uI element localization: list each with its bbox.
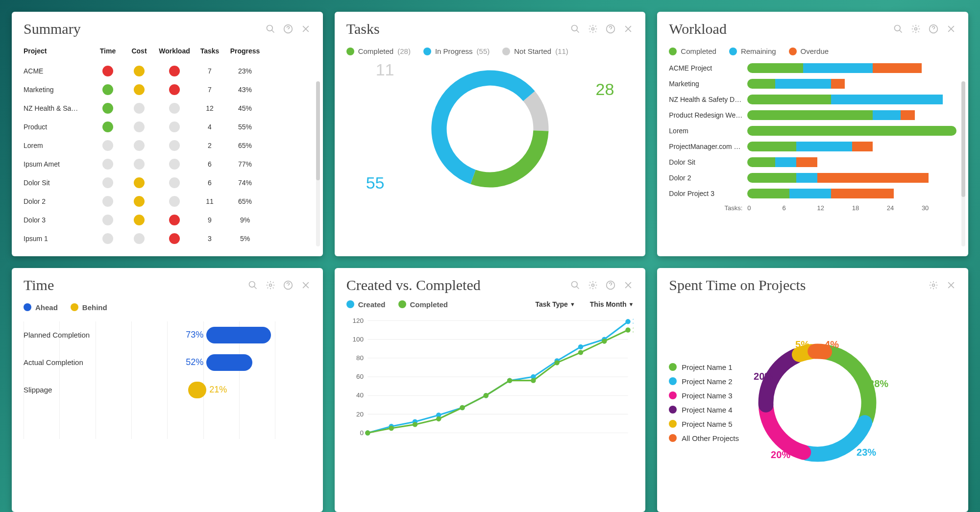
status-dot	[102, 66, 113, 76]
workload-row[interactable]: Product Redesign We…	[669, 107, 956, 123]
close-icon[interactable]	[946, 24, 956, 34]
status-dot	[169, 84, 180, 95]
table-row[interactable]: ACME723%	[24, 62, 311, 80]
panel-created-vs-completed: Created vs. Completed CreatedCompleted T…	[335, 268, 646, 512]
table-row[interactable]: Ipsum Amet677%	[24, 155, 311, 173]
scrollbar[interactable]	[316, 81, 320, 246]
column-header[interactable]: Project	[24, 47, 92, 55]
search-icon[interactable]	[265, 24, 276, 34]
table-row[interactable]: Marketing743%	[24, 80, 311, 99]
legend-item[interactable]: Ahead	[24, 303, 58, 312]
legend-item[interactable]: All Other Projects	[669, 431, 739, 445]
status-dot	[169, 140, 180, 151]
column-header[interactable]: Progress	[225, 47, 265, 55]
column-header[interactable]: Workload	[155, 47, 194, 55]
search-icon[interactable]	[570, 24, 581, 34]
close-icon[interactable]	[946, 280, 956, 291]
legend-item[interactable]: Project Name 4	[669, 403, 739, 417]
legend-item[interactable]: Project Name 3	[669, 389, 739, 403]
svg-point-69	[554, 360, 559, 365]
legend-item[interactable]: Project Name 1	[669, 360, 739, 374]
legend-item[interactable]: Completed	[398, 300, 448, 309]
legend-item[interactable]: Project Name 2	[669, 374, 739, 389]
workload-row[interactable]: Lorem	[669, 123, 956, 139]
help-icon[interactable]	[283, 24, 294, 34]
workload-row[interactable]: ACME Project	[669, 60, 956, 76]
table-row[interactable]: Dolor 399%	[24, 211, 311, 229]
column-header[interactable]: Tasks	[194, 47, 225, 55]
search-icon[interactable]	[247, 280, 258, 291]
chart-label: 28	[596, 80, 614, 99]
status-dot	[134, 196, 145, 207]
close-icon[interactable]	[300, 24, 311, 34]
gear-icon[interactable]	[910, 24, 921, 34]
panel-title: Workload	[669, 21, 727, 37]
scrollbar[interactable]	[961, 81, 965, 246]
close-icon[interactable]	[623, 280, 634, 291]
status-dot	[134, 103, 145, 114]
legend-item[interactable]: Completed	[669, 47, 716, 55]
legend-item[interactable]: Created	[346, 300, 386, 309]
workload-row[interactable]: ProjectManager.com …	[669, 139, 956, 154]
legend-item[interactable]: Not Started (11)	[502, 47, 568, 55]
workload-row[interactable]: Dolor Sit	[669, 154, 956, 170]
status-dot	[102, 233, 113, 244]
gear-icon[interactable]	[588, 280, 598, 291]
chart-label: 28%	[869, 378, 888, 390]
status-dot	[169, 159, 180, 170]
status-dot	[102, 140, 113, 151]
panel-time: Time AheadBehind Planned Completion73%Ac…	[12, 268, 323, 512]
column-header[interactable]: Cost	[123, 47, 155, 55]
svg-text:40: 40	[356, 391, 364, 399]
legend-item[interactable]: Project Name 5	[669, 417, 739, 431]
legend-item[interactable]: In Progress (55)	[423, 47, 490, 55]
help-icon[interactable]	[605, 24, 616, 34]
table-row[interactable]: Dolor Sit674%	[24, 173, 311, 192]
svg-point-22	[269, 284, 271, 286]
svg-line-7	[577, 30, 579, 33]
svg-text:80: 80	[356, 354, 364, 361]
table-row[interactable]: NZ Health & Sa…1245%	[24, 99, 311, 118]
gear-icon[interactable]	[588, 24, 598, 34]
help-icon[interactable]	[605, 280, 616, 291]
search-icon[interactable]	[893, 24, 904, 34]
table-row[interactable]: Ipsum 135%	[24, 229, 311, 248]
help-icon[interactable]	[283, 280, 294, 291]
table-row[interactable]: Product455%	[24, 118, 311, 136]
svg-point-70	[578, 350, 583, 355]
search-icon[interactable]	[570, 280, 581, 291]
legend-item[interactable]: Overdue	[789, 47, 829, 55]
chart-label: 11	[376, 60, 394, 79]
workload-row[interactable]: Marketing	[669, 76, 956, 92]
gear-icon[interactable]	[265, 280, 276, 291]
column-header[interactable]: Time	[92, 47, 123, 55]
chart-label: 55	[366, 173, 385, 193]
status-dot	[169, 233, 180, 244]
time-row: Actual Completion52%	[24, 349, 311, 376]
svg-point-6	[572, 25, 578, 31]
status-dot	[102, 122, 113, 132]
date-range-filter[interactable]: This Month▼	[590, 300, 634, 308]
svg-point-15	[915, 28, 917, 30]
close-icon[interactable]	[300, 280, 311, 291]
task-type-filter[interactable]: Task Type▼	[535, 300, 575, 308]
legend-item[interactable]: Behind	[71, 303, 107, 312]
svg-point-74	[932, 284, 935, 286]
svg-point-71	[602, 339, 607, 343]
help-icon[interactable]	[928, 24, 939, 34]
legend-item[interactable]: Remaining	[729, 47, 776, 55]
table-row[interactable]: Lorem265%	[24, 136, 311, 155]
svg-point-67	[507, 378, 512, 383]
table-row[interactable]: Dolor 21165%	[24, 192, 311, 211]
svg-point-0	[267, 25, 272, 31]
legend-item[interactable]: Completed (28)	[346, 47, 411, 55]
workload-row[interactable]: Dolor 2	[669, 170, 956, 186]
workload-row[interactable]: Dolor Project 3	[669, 186, 956, 201]
status-dot	[102, 196, 113, 207]
close-icon[interactable]	[623, 24, 634, 34]
status-dot	[102, 84, 113, 95]
workload-row[interactable]: NZ Health & Safety De…	[669, 92, 956, 107]
svg-point-29	[592, 284, 594, 286]
gear-icon[interactable]	[928, 280, 939, 291]
panel-spent-time: Spent Time on Projects Project Name 1Pro…	[657, 268, 968, 512]
